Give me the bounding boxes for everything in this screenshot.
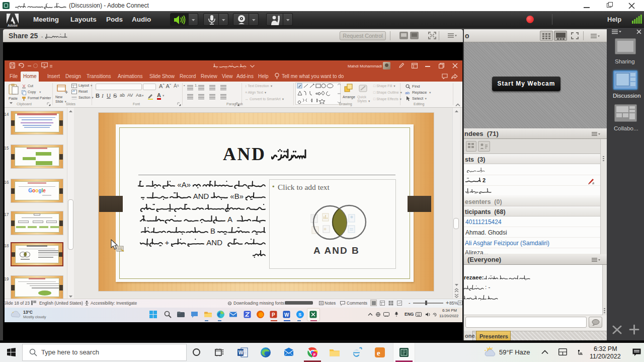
svg-text:W: W <box>238 350 244 355</box>
svg-text:W: W <box>284 312 289 318</box>
svg-text:Adobe: Adobe <box>8 24 18 27</box>
svg-text:e: e <box>377 349 380 357</box>
svg-text:A AND B: A AND B <box>313 245 360 256</box>
svg-text:ab: ab <box>405 91 410 95</box>
svg-text:P: P <box>272 312 275 318</box>
svg-text:F: F <box>313 352 316 357</box>
svg-text:S: S <box>298 312 301 317</box>
